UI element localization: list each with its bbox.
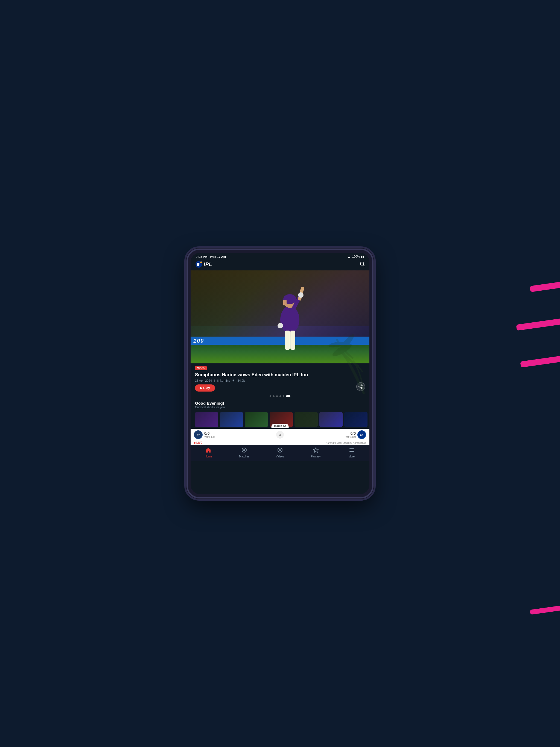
svg-point-19 <box>361 387 362 389</box>
article-meta: 16 Apr, 2024 | 6:41 mins 👁 34.9k <box>190 379 370 382</box>
svg-marker-29 <box>279 449 282 451</box>
article-section: Video Sumptuous Narine wows Eden with ma… <box>190 363 370 394</box>
banner-text: 100 <box>193 338 204 344</box>
home-icon <box>205 447 211 455</box>
live-text: LIVE <box>196 441 202 444</box>
matches-icon <box>241 447 247 455</box>
thumb-3[interactable] <box>245 412 268 427</box>
svg-text:GT: GT <box>197 434 200 436</box>
team1-info: 0/0 Yet to bat <box>204 431 215 438</box>
player-silhouette <box>265 281 314 363</box>
live-indicator: LIVE <box>194 441 202 444</box>
team2-logo: DC <box>357 430 366 439</box>
svg-rect-11 <box>285 331 290 350</box>
team1-status: Yet to bat <box>204 436 215 438</box>
svg-line-22 <box>360 387 361 388</box>
hero-image: 100 <box>190 271 370 363</box>
nav-videos-label: Videos <box>276 455 284 458</box>
score-info-row: LIVE Narendra Modi Stadium, Ahmedabad <box>190 441 370 445</box>
nav-fantasy[interactable]: Fantasy <box>298 447 334 458</box>
thumb-7[interactable] <box>344 412 367 427</box>
ipl-logo: IPL <box>195 261 212 268</box>
svg-point-14 <box>278 323 283 328</box>
app-header: IPL <box>190 259 370 271</box>
dot-1[interactable] <box>270 395 271 397</box>
ipad-screen: 7:08 PM Wed 17 Apr ▲ 100% ▮▮ <box>190 253 370 494</box>
svg-point-18 <box>361 385 362 386</box>
thumb-1[interactable] <box>195 412 218 427</box>
bottom-nav: Home Matches Videos <box>190 445 370 461</box>
article-duration: 6:41 mins <box>217 379 230 382</box>
svg-point-27 <box>242 448 246 452</box>
greeting-subtitle: Curated shorts for you <box>195 406 365 409</box>
ipl-logo-text: IPL <box>204 262 212 267</box>
nav-fantasy-label: Fantasy <box>311 455 321 458</box>
eye-icon: 👁 <box>232 379 235 382</box>
svg-rect-32 <box>350 451 354 452</box>
videos-icon <box>277 447 283 455</box>
svg-rect-12 <box>290 331 295 350</box>
play-button[interactable]: ▶ Play <box>195 384 215 391</box>
team2-status: Yet to bat <box>345 436 356 438</box>
hero-section: 100 <box>190 271 370 363</box>
battery-icon: 100% ▮▮ <box>352 255 364 258</box>
dot-4[interactable] <box>279 395 281 397</box>
nav-home[interactable]: Home <box>190 447 226 458</box>
article-views: 34.9k <box>237 379 245 382</box>
dot-6-active[interactable] <box>286 395 290 397</box>
svg-line-21 <box>360 386 361 386</box>
live-score-bar[interactable]: GT 0/0 Yet to bat vs 0/0 Yet <box>190 429 370 441</box>
team2-info: 0/0 Yet to bat <box>345 431 356 438</box>
team1-section: GT 0/0 Yet to bat <box>194 430 274 439</box>
svg-point-1 <box>200 261 202 263</box>
thumb-6[interactable] <box>320 412 342 427</box>
search-button[interactable] <box>360 261 365 268</box>
nav-videos[interactable]: Videos <box>262 447 298 458</box>
video-tag: Video <box>195 366 207 370</box>
thumb-5[interactable] <box>295 412 318 427</box>
fantasy-icon <box>313 447 319 455</box>
live-dot <box>194 442 196 444</box>
status-bar: 7:08 PM Wed 17 Apr ▲ 100% ▮▮ <box>190 253 370 259</box>
venue-text: Narendra Modi Stadium, Ahmedabad <box>326 442 366 444</box>
team1-logo: GT <box>194 430 203 439</box>
nav-more-label: More <box>348 455 355 458</box>
team2-section: 0/0 Yet to bat DC <box>286 430 366 439</box>
svg-point-13 <box>298 292 304 298</box>
more-icon <box>349 447 355 455</box>
dot-3[interactable] <box>276 395 278 397</box>
wifi-icon: ▲ <box>348 255 351 258</box>
separator: | <box>214 379 215 382</box>
article-title: Sumptuous Narine wows Eden with maiden I… <box>190 372 370 378</box>
nav-more[interactable]: More <box>334 447 370 458</box>
thumb-2[interactable] <box>220 412 243 427</box>
svg-text:DC: DC <box>360 434 363 436</box>
vs-circle: vs <box>276 431 284 439</box>
svg-rect-31 <box>350 450 354 450</box>
share-button[interactable] <box>356 382 365 391</box>
ipad-frame: 7:08 PM Wed 17 Apr ▲ 100% ▮▮ <box>187 249 373 498</box>
team2-score: 0/0 <box>345 431 356 436</box>
nav-matches[interactable]: Matches <box>226 447 262 458</box>
svg-point-20 <box>359 386 360 387</box>
live-score-wrapper: Match 32 GT 0/0 Yet to bat <box>190 429 370 445</box>
nav-matches-label: Matches <box>239 455 249 458</box>
svg-rect-7 <box>283 300 286 305</box>
article-date: 16 Apr, 2024 <box>195 379 212 382</box>
dot-2[interactable] <box>273 395 275 397</box>
team1-score: 0/0 <box>204 431 215 436</box>
nav-home-label: Home <box>205 455 212 458</box>
greeting-section: Good Evening! Curated shorts for you <box>190 398 370 410</box>
greeting-title: Good Evening! <box>195 401 365 406</box>
carousel-dots <box>190 394 370 398</box>
ipl-logo-svg <box>195 261 203 268</box>
svg-rect-30 <box>350 448 354 449</box>
svg-line-3 <box>363 265 365 266</box>
match-label: Match 32 <box>272 424 289 428</box>
dot-5[interactable] <box>283 395 284 397</box>
status-time: 7:08 PM Wed 17 Apr <box>196 255 226 258</box>
status-right: ▲ 100% ▮▮ <box>348 255 364 258</box>
